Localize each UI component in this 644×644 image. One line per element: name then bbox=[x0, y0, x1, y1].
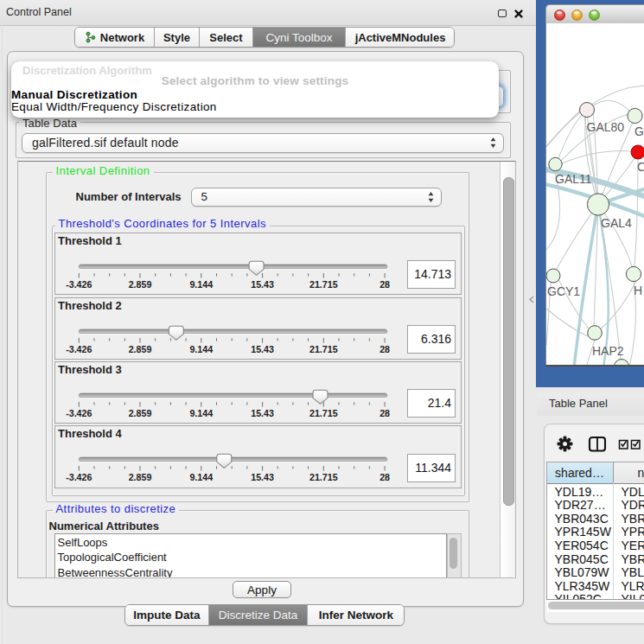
svg-text:9.144: 9.144 bbox=[189, 407, 213, 418]
svg-text:GAL11: GAL11 bbox=[555, 172, 592, 186]
svg-text:28: 28 bbox=[379, 343, 390, 354]
svg-text:28: 28 bbox=[379, 278, 390, 289]
svg-text:15.43: 15.43 bbox=[251, 343, 274, 354]
svg-text:21.715: 21.715 bbox=[309, 407, 338, 418]
svg-text:9.144: 9.144 bbox=[189, 472, 213, 482]
svg-text:21.715: 21.715 bbox=[309, 278, 338, 289]
svg-text:15.43: 15.43 bbox=[251, 278, 274, 289]
svg-text:28: 28 bbox=[379, 407, 390, 418]
svg-text:21.715: 21.715 bbox=[309, 472, 338, 482]
svg-text:15.43: 15.43 bbox=[251, 407, 274, 418]
svg-text:H: H bbox=[634, 284, 642, 297]
svg-text:-3.426: -3.426 bbox=[66, 472, 92, 482]
svg-text:-3.426: -3.426 bbox=[66, 343, 92, 354]
svg-text:2.859: 2.859 bbox=[129, 407, 152, 418]
svg-text:9.144: 9.144 bbox=[189, 278, 213, 289]
svg-text:-3.426: -3.426 bbox=[66, 407, 92, 418]
svg-text:2.859: 2.859 bbox=[129, 278, 152, 289]
svg-text:28: 28 bbox=[379, 472, 390, 482]
svg-text:9.144: 9.144 bbox=[189, 343, 213, 354]
svg-text:2.859: 2.859 bbox=[129, 343, 152, 354]
svg-text:GCY1: GCY1 bbox=[547, 284, 580, 298]
svg-text:GAL4: GAL4 bbox=[601, 216, 632, 230]
svg-text:GA: GA bbox=[634, 124, 644, 138]
svg-text:C: C bbox=[637, 160, 644, 174]
svg-text:GAL80: GAL80 bbox=[587, 120, 625, 134]
svg-text:-3.426: -3.426 bbox=[66, 278, 92, 289]
svg-text:HAP2: HAP2 bbox=[592, 344, 624, 358]
svg-text:15.43: 15.43 bbox=[251, 472, 274, 482]
svg-text:21.715: 21.715 bbox=[309, 343, 338, 354]
svg-text:2.859: 2.859 bbox=[129, 472, 152, 482]
